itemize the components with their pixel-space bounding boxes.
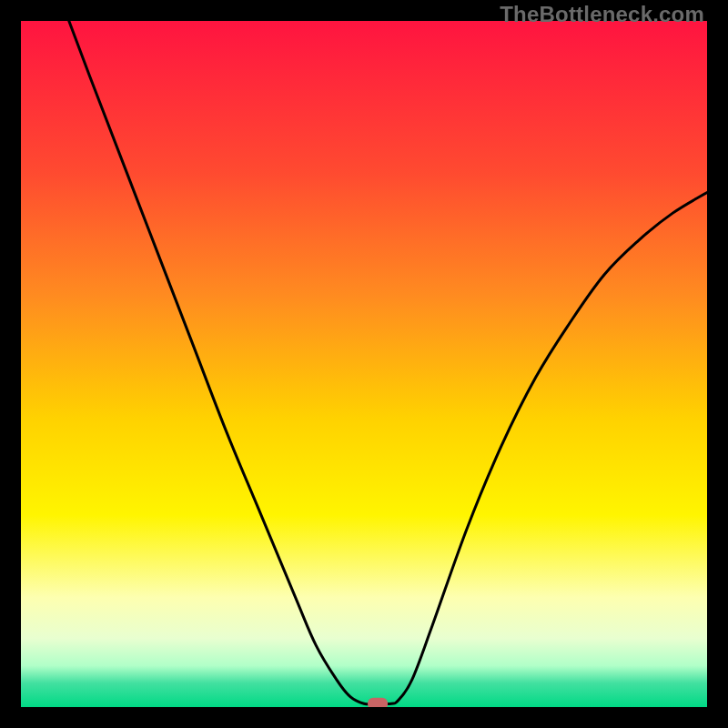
optimal-marker (368, 698, 388, 707)
chart-frame (21, 21, 707, 707)
watermark-text: TheBottleneck.com (500, 2, 704, 27)
chart-plot (21, 21, 707, 707)
gradient-background (21, 21, 707, 707)
